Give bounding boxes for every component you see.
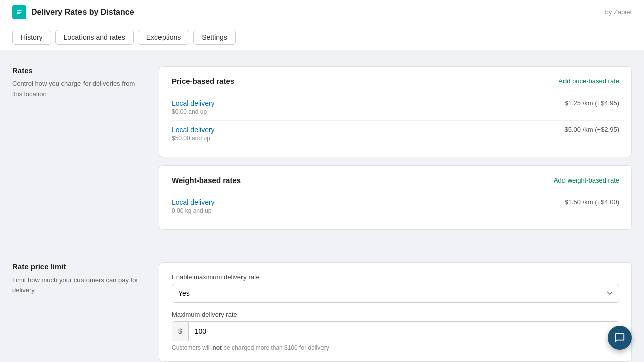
tab-exceptions[interactable]: Exceptions (138, 30, 189, 45)
rates-section-right: Price-based rates Add price-based rate L… (159, 66, 632, 230)
rates-description: Control how you charge for deliveries fr… (12, 79, 143, 99)
price-card-title: Price-based rates (172, 77, 234, 85)
add-price-rate-link[interactable]: Add price-based rate (558, 77, 619, 85)
rate-limit-section-right: Enable maximum delivery rate Yes No Maxi… (159, 262, 632, 362)
price-card-header: Price-based rates Add price-based rate (172, 77, 619, 85)
weight-rate-row-1: Local delivery 0.00 kg and up $1.50 /km … (172, 193, 619, 219)
weight-card-title: Weight-based rates (172, 176, 241, 185)
chat-button[interactable] (608, 326, 632, 350)
app-logo (12, 5, 26, 19)
nav-bar: History Locations and rates Exceptions S… (0, 24, 644, 50)
tab-history[interactable]: History (12, 30, 51, 45)
rates-title: Rates (12, 66, 143, 75)
price-rate-price-1: $1.25 /km (+$4.95) (565, 99, 619, 107)
price-rate-left-2: Local delivery $50.00 and up (172, 126, 215, 142)
price-rate-row-1: Local delivery $0.00 and up $1.25 /km (+… (172, 94, 619, 120)
weight-rate-sub-1: 0.00 kg and up (172, 207, 215, 214)
add-weight-rate-link[interactable]: Add weight-based rate (554, 176, 619, 184)
price-rate-sub-1: $0.00 and up (172, 108, 215, 115)
tab-settings[interactable]: Settings (193, 30, 236, 45)
price-rate-name-2[interactable]: Local delivery (172, 126, 215, 134)
rate-price-limit-section: Rate price limit Limit how much your cus… (12, 246, 632, 362)
max-delivery-rate-input[interactable] (189, 322, 619, 341)
hint-before: Customers will (172, 344, 212, 351)
max-rate-hint: Customers will not be charged more than … (172, 344, 619, 351)
price-rate-sub-2: $50.00 and up (172, 135, 215, 142)
app-title: Delivery Rates by Distance (31, 8, 134, 17)
rates-section-left: Rates Control how you charge for deliver… (12, 66, 143, 99)
max-rate-input-container: $ (172, 321, 619, 341)
rate-limit-title: Rate price limit (12, 262, 143, 271)
weight-based-rates-card: Weight-based rates Add weight-based rate… (159, 165, 632, 230)
tab-locations-and-rates[interactable]: Locations and rates (55, 30, 134, 45)
max-delivery-rate-label: Maximum delivery rate (172, 311, 619, 318)
weight-rate-left-1: Local delivery 0.00 kg and up (172, 198, 215, 214)
enable-max-rate-select[interactable]: Yes No (172, 284, 619, 303)
price-based-rates-card: Price-based rates Add price-based rate L… (159, 66, 632, 157)
weight-rate-price-1: $1.50 /km (+$4.00) (565, 198, 619, 206)
price-rate-row-2: Local delivery $50.00 and up $5.00 /km (… (172, 120, 619, 147)
price-rate-price-2: $5.00 /km (+$2.95) (565, 126, 619, 133)
hint-after: be charged more than $100 for delivery (222, 344, 329, 351)
price-rate-name-1[interactable]: Local delivery (172, 99, 215, 107)
header-left: Delivery Rates by Distance (12, 5, 134, 19)
main-content: Rates Control how you charge for deliver… (0, 50, 644, 362)
weight-card-header: Weight-based rates Add weight-based rate (172, 176, 619, 185)
max-delivery-rate-group: Maximum delivery rate $ Customers will n… (172, 311, 619, 351)
price-rate-left-1: Local delivery $0.00 and up (172, 99, 215, 115)
by-zapiet-label: by Zapiet (605, 8, 632, 16)
weight-rate-name-1[interactable]: Local delivery (172, 198, 215, 206)
rates-section: Rates Control how you charge for deliver… (12, 66, 632, 246)
enable-max-rate-label: Enable maximum delivery rate (172, 273, 619, 281)
app-header: Delivery Rates by Distance by Zapiet (0, 0, 644, 24)
enable-max-rate-group: Enable maximum delivery rate Yes No (172, 273, 619, 303)
rate-limit-card: Enable maximum delivery rate Yes No Maxi… (159, 262, 632, 362)
hint-bold: not (212, 344, 222, 351)
rate-limit-section-left: Rate price limit Limit how much your cus… (12, 262, 143, 295)
rate-limit-description: Limit how much your customers can pay fo… (12, 275, 143, 295)
dollar-prefix: $ (172, 322, 189, 341)
